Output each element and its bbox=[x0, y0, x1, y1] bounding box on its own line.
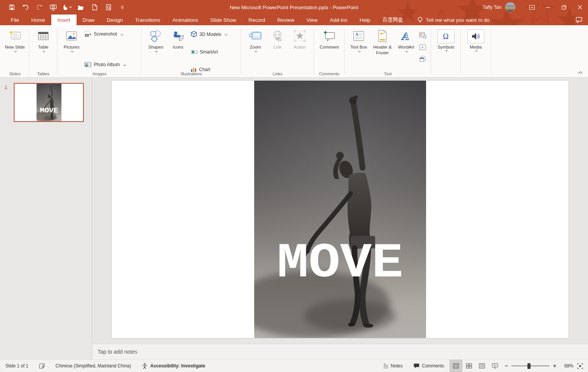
zoom-slider-handle[interactable] bbox=[528, 363, 531, 369]
tell-me-box[interactable]: Tell me what you want to do bbox=[418, 15, 490, 25]
zoom-in-button[interactable] bbox=[553, 364, 557, 368]
repeat-button[interactable] bbox=[33, 2, 46, 13]
header-footer-button[interactable]: Header & Footer bbox=[370, 28, 395, 56]
text-box-button[interactable]: A Text Box bbox=[348, 28, 370, 52]
wordart-button[interactable]: A WordArt bbox=[395, 28, 417, 52]
tab-record[interactable]: Record bbox=[242, 15, 271, 25]
tab-slide-show[interactable]: Slide Show bbox=[204, 15, 242, 25]
slide-thumbnail-panel: 1 bbox=[0, 78, 92, 359]
shapes-label: Shapes bbox=[148, 44, 163, 50]
dancer-photo[interactable] bbox=[254, 81, 426, 338]
repeat-icon bbox=[36, 4, 43, 10]
comments-toggle-button[interactable]: Comments bbox=[408, 360, 449, 372]
slide-sorter-view-button[interactable] bbox=[462, 360, 475, 372]
smartart-button[interactable]: SmartArt bbox=[191, 49, 237, 55]
object-button[interactable] bbox=[418, 55, 427, 63]
reading-view-button[interactable] bbox=[475, 360, 488, 372]
start-slideshow-button[interactable] bbox=[47, 2, 60, 13]
fit-slide-to-window-button[interactable] bbox=[573, 360, 586, 372]
chevron-down-icon bbox=[405, 50, 408, 52]
new-comment-icon bbox=[323, 29, 336, 43]
slide-show-button[interactable] bbox=[488, 360, 501, 372]
photo-album-label: Photo Album bbox=[94, 62, 120, 67]
zoom-percentage[interactable]: 88% bbox=[560, 363, 573, 369]
tab-transitions[interactable]: Transitions bbox=[129, 15, 167, 25]
media-button[interactable]: Media bbox=[464, 28, 488, 51]
chevron-down-icon bbox=[69, 6, 72, 8]
table-icon bbox=[37, 29, 49, 43]
action-icon bbox=[294, 29, 306, 43]
tab-file[interactable]: File bbox=[5, 15, 25, 25]
restore-button[interactable] bbox=[556, 0, 572, 15]
ribbon-display-options-icon bbox=[529, 5, 535, 10]
zoom-out-button[interactable] bbox=[505, 364, 508, 368]
language-button[interactable]: Chinese (Simplified, Mainland China) bbox=[50, 360, 136, 372]
slide-thumbnail-1[interactable] bbox=[14, 83, 84, 122]
reading-view-icon bbox=[479, 363, 485, 369]
slide-number-button[interactable]: # bbox=[418, 43, 427, 51]
zoom-slider[interactable] bbox=[511, 360, 550, 372]
user-name[interactable]: Taffy Tan bbox=[482, 5, 501, 10]
print-preview-button[interactable] bbox=[102, 2, 115, 13]
zoom-button[interactable]: Zoom bbox=[244, 28, 266, 52]
minimize-button[interactable] bbox=[540, 0, 556, 15]
speaker-icon bbox=[467, 29, 484, 43]
symbols-button[interactable]: Ω Symbols bbox=[434, 28, 458, 51]
tab-review[interactable]: Review bbox=[271, 15, 301, 25]
save-icon bbox=[9, 4, 15, 10]
tab-insert[interactable]: Insert bbox=[51, 15, 77, 25]
new-file-button[interactable] bbox=[88, 2, 101, 13]
new-slide-icon bbox=[8, 29, 21, 43]
icons-button[interactable]: Icons bbox=[167, 28, 189, 50]
pictures-button[interactable]: Pictures bbox=[60, 28, 83, 52]
group-text: A Text Box Header & Footer A WordArt bbox=[345, 25, 431, 77]
group-label-text: Text bbox=[345, 71, 431, 76]
notes-toggle-button[interactable]: Notes bbox=[378, 360, 408, 372]
collapse-ribbon-button[interactable] bbox=[578, 69, 583, 76]
tab-add-ins[interactable]: Add-ins bbox=[324, 15, 354, 25]
action-label: Action bbox=[294, 44, 306, 50]
slide-number: 1 bbox=[5, 84, 7, 90]
text-box-label: Text Box bbox=[350, 44, 367, 50]
group-label-links: Links bbox=[241, 71, 314, 76]
3d-models-button[interactable]: 3D Models bbox=[191, 31, 237, 37]
status-bar: Slide 1 of 1 Chinese (Simplified, Mainla… bbox=[0, 359, 588, 372]
spell-check-button[interactable] bbox=[34, 360, 50, 372]
zoom-link-icon bbox=[248, 29, 262, 43]
tab-help[interactable]: Help bbox=[354, 15, 377, 25]
photo-album-button[interactable]: Photo Album bbox=[84, 62, 137, 68]
touch-mouse-mode-button[interactable] bbox=[60, 2, 74, 13]
save-button[interactable] bbox=[5, 2, 18, 13]
tab-design[interactable]: Design bbox=[101, 15, 129, 25]
media-label: Media bbox=[470, 45, 482, 49]
customize-quick-access-button[interactable] bbox=[116, 2, 129, 13]
table-button[interactable]: Table bbox=[32, 28, 54, 52]
slide-canvas[interactable] bbox=[92, 78, 588, 344]
screenshot-button[interactable]: Screenshot bbox=[84, 31, 137, 37]
ribbon-display-options-button[interactable] bbox=[524, 0, 540, 15]
slide-sorter-icon bbox=[466, 363, 472, 369]
tab-home[interactable]: Home bbox=[25, 15, 51, 25]
titlebar: New Microsoft PowerPoint Presentation.pp… bbox=[0, 0, 588, 15]
accessibility-checker-button[interactable]: Accessibility: Investigate bbox=[136, 360, 210, 372]
notes-pane[interactable]: Tap to add notes bbox=[92, 344, 588, 359]
header-footer-icon bbox=[377, 29, 387, 43]
normal-view-button[interactable] bbox=[449, 360, 462, 372]
tab-view[interactable]: View bbox=[301, 15, 324, 25]
open-button[interactable] bbox=[74, 2, 87, 13]
tab-draw[interactable]: Draw bbox=[77, 15, 101, 25]
header-footer-label: Header & Footer bbox=[370, 44, 395, 56]
start-slideshow-icon bbox=[50, 4, 57, 11]
shapes-button[interactable]: Shapes bbox=[145, 28, 167, 52]
close-button[interactable] bbox=[572, 0, 588, 15]
comment-button[interactable]: Comment bbox=[317, 28, 341, 50]
tab-baidu-netdisk[interactable]: 百度网盘 bbox=[376, 15, 409, 25]
user-avatar[interactable] bbox=[505, 2, 515, 12]
comments-panel-icon[interactable] bbox=[575, 17, 583, 23]
slide-1[interactable] bbox=[112, 81, 568, 338]
screenshot-label: Screenshot bbox=[94, 31, 117, 37]
undo-button[interactable] bbox=[19, 2, 32, 13]
tab-animations[interactable]: Animations bbox=[167, 15, 204, 25]
date-time-button[interactable] bbox=[418, 31, 427, 39]
new-slide-button[interactable]: New Slide bbox=[4, 28, 26, 52]
